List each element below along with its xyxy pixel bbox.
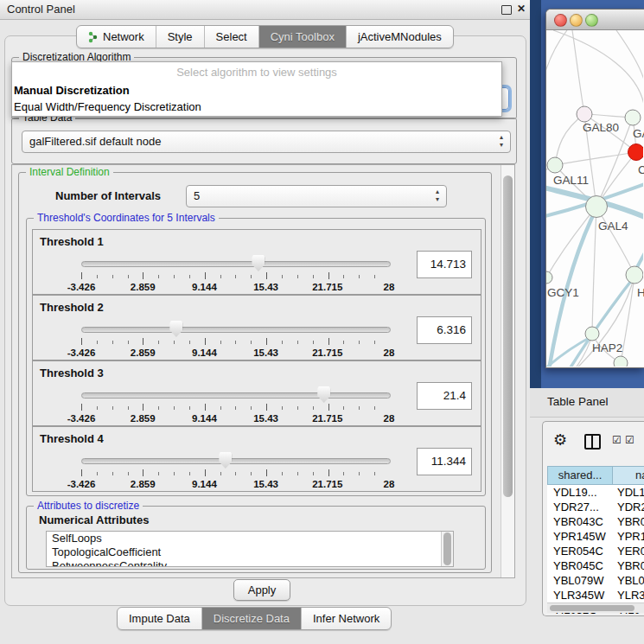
threshold-4-value-field[interactable]: 11.344 [417, 448, 472, 475]
network-window-titlebar[interactable] [546, 10, 644, 30]
node-label-h-partial: HA [637, 286, 644, 299]
scrollbar-thumb[interactable] [503, 175, 513, 497]
num-intervals-combo[interactable]: 5 ▴▾ [186, 185, 447, 207]
table-cell[interactable]: YDR27... [553, 500, 606, 514]
node-hap2[interactable] [585, 327, 599, 341]
apply-button[interactable]: Apply [233, 579, 290, 601]
slider-thumb[interactable] [317, 386, 330, 403]
tick-label: -3.426 [67, 348, 96, 358]
table-horizontal-scrollbar[interactable] [547, 603, 644, 613]
close-icon[interactable]: ✕ [517, 3, 526, 15]
close-traffic-light-icon[interactable] [554, 14, 567, 27]
threshold-2-label: Threshold 2 [40, 301, 104, 314]
table-cell[interactable]: YLR345W [553, 588, 606, 603]
tick-label: -3.426 [67, 282, 96, 292]
table-cell[interactable]: YDR2 [617, 500, 644, 514]
column-header-shared[interactable]: shared... [547, 466, 613, 485]
table-cell[interactable]: YER0 [617, 544, 644, 558]
tab-select[interactable]: Select [205, 26, 259, 48]
list-item[interactable]: SelfLoops [47, 532, 453, 545]
tick-label: 28 [384, 479, 395, 489]
node-label-gal80: GAL80 [583, 121, 619, 134]
table-cell[interactable]: YBL079W [553, 573, 606, 588]
list-scrollbar[interactable] [441, 532, 453, 566]
node-gal11[interactable] [547, 157, 563, 173]
table-cell[interactable]: YPR145W [553, 529, 606, 544]
threshold-4-slider[interactable]: -3.426 2.859 9.144 15.43 21.715 28 [81, 458, 389, 484]
table-data-combo[interactable]: galFiltered.sif default node ▴▾ [22, 131, 511, 153]
table-cell[interactable]: YBR0 [617, 514, 644, 529]
slider-thumb[interactable] [252, 255, 265, 271]
tab-style[interactable]: Style [156, 26, 205, 48]
node-gal[interactable] [625, 110, 641, 125]
checkbox-icon[interactable]: ☑ [612, 434, 622, 446]
network-nodes [546, 106, 643, 367]
combo-stepper-icon[interactable]: ▴▾ [497, 133, 506, 149]
table-panel: ⚙ ☑ ☑ shared... na YDL19... YDR27... YBR… [542, 421, 644, 616]
columns-icon[interactable] [584, 434, 601, 450]
attributes-group-title: Attributes to discretize [34, 500, 143, 512]
minimize-traffic-light-icon[interactable] [570, 14, 583, 27]
table-cell[interactable]: YDL1 [617, 485, 644, 500]
table-cell[interactable]: YLR3 [617, 588, 644, 603]
tick-label: 15.43 [253, 413, 278, 424]
node-label-gal11: GAL11 [553, 174, 589, 187]
tab-select-label: Select [216, 26, 247, 48]
tab-impute-data[interactable]: Impute Data [118, 608, 202, 629]
tick-label: 15.43 [253, 348, 278, 358]
tab-cyni-toolbox[interactable]: Cyni Toolbox [259, 26, 347, 48]
node-gcy1[interactable] [546, 271, 552, 284]
table-cell[interactable]: YBR043C [553, 514, 606, 529]
node-h[interactable] [626, 266, 643, 284]
scrollbar-thumb[interactable] [443, 532, 451, 565]
slider-track[interactable] [81, 327, 391, 333]
threshold-1-label: Threshold 1 [40, 235, 104, 248]
node-gal80[interactable] [577, 106, 592, 122]
table-cell[interactable]: YPR1 [617, 529, 644, 544]
threshold-2-slider[interactable]: -3.426 2.859 9.144 15.43 21.715 28 [81, 327, 389, 353]
threshold-3-value-field[interactable]: 21.4 [417, 382, 472, 410]
tab-jactivemnodules[interactable]: jActiveMNodules [347, 26, 453, 48]
slider-thumb[interactable] [169, 321, 182, 337]
table-cell[interactable]: YBL0 [617, 573, 644, 588]
threshold-1-value-field[interactable]: 14.713 [417, 251, 472, 278]
combo-stepper-icon[interactable]: ▴▾ [433, 188, 442, 203]
threshold-4-label: Threshold 4 [40, 432, 104, 445]
checkbox-icon[interactable]: ☑ [625, 434, 634, 446]
network-view-window: GAL80 GA C GAL11 GAL4 GCY1 HA HAP2 [545, 9, 644, 368]
menu-item-equal-width-frequency[interactable]: Equal Width/Frequency Discretization [12, 99, 501, 115]
table-cell[interactable]: YDL19... [553, 485, 606, 500]
node-label-c-partial: C [638, 163, 644, 176]
table-cell[interactable]: YBR0 [617, 558, 644, 573]
network-canvas[interactable]: GAL80 GA C GAL11 GAL4 GCY1 HA HAP2 [546, 30, 644, 367]
scrollbar-thumb[interactable] [550, 605, 634, 611]
table-cell[interactable]: YER054C [553, 544, 606, 558]
zoom-traffic-light-icon[interactable] [585, 14, 598, 27]
float-window-icon[interactable] [501, 5, 512, 15]
cyni-bottom-tabbar: Impute Data Discretize Data Infer Networ… [117, 607, 392, 630]
slider-thumb[interactable] [219, 452, 232, 469]
table-cell[interactable]: YBR045C [553, 558, 606, 573]
tick-label: 28 [384, 282, 395, 292]
list-item[interactable]: BetweennessCentrality [47, 559, 453, 567]
desktop-edge [530, 0, 541, 391]
slider-track[interactable] [81, 392, 391, 399]
node-selected-red[interactable] [628, 144, 644, 161]
column-header-name[interactable]: na [612, 466, 644, 485]
node-gal4[interactable] [586, 196, 608, 218]
node-partial[interactable] [614, 356, 628, 367]
node-label-hap2: HAP2 [592, 341, 622, 354]
slider-track[interactable] [81, 261, 391, 267]
slider-track[interactable] [81, 458, 391, 464]
tab-network[interactable]: Network [77, 26, 156, 48]
threshold-3-slider[interactable]: -3.426 2.859 9.144 15.43 21.715 28 [81, 392, 389, 418]
threshold-1-slider[interactable]: -3.426 2.859 9.144 15.43 21.715 28 [81, 261, 389, 287]
settings-vertical-scrollbar[interactable] [501, 165, 514, 577]
tab-style-label: Style [168, 26, 193, 48]
gear-icon[interactable]: ⚙ [553, 430, 567, 450]
tab-discretize-data[interactable]: Discretize Data [202, 608, 302, 629]
list-item[interactable]: TopologicalCoefficient [47, 545, 453, 559]
threshold-2-value-field[interactable]: 6.316 [417, 316, 472, 344]
menu-item-manual-discretization[interactable]: Manual Discretization [12, 82, 501, 99]
tab-infer-network[interactable]: Infer Network [302, 608, 391, 629]
